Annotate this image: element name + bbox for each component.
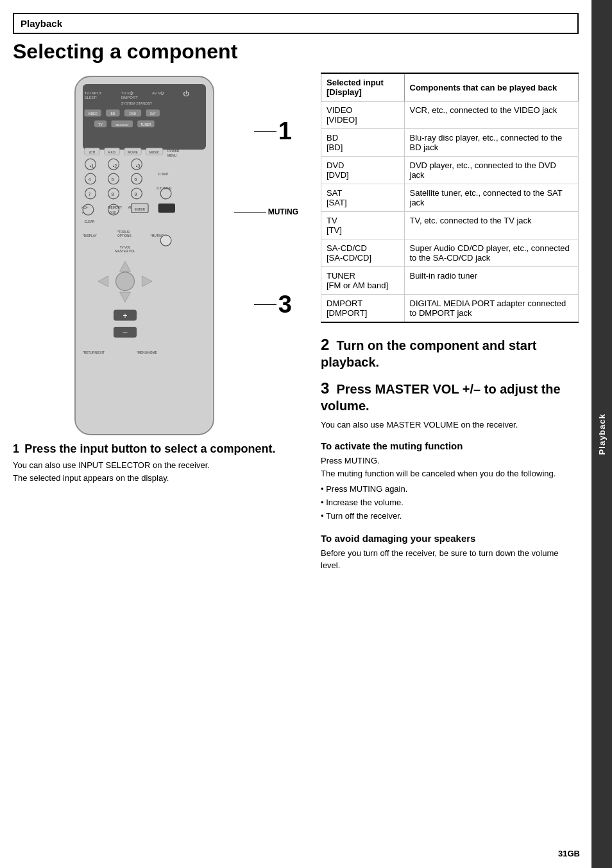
svg-text:0/10: 0/10 (110, 211, 116, 214)
table-cell-input: VIDEO[VIDEO] (321, 101, 405, 129)
svg-text:MUSIC: MUSIC (149, 151, 160, 154)
step1-body1: You can also use INPUT SELECTOR on the r… (13, 459, 308, 472)
table-row: TV[TV]TV, etc. connected to the TV jack (321, 212, 579, 239)
svg-text:⏻: ⏻ (183, 90, 189, 97)
step3-heading: 3 Press MASTER VOL +/– to adjust the vol… (321, 379, 579, 413)
table-row: TUNER[FM or AM band]Built-in radio tuner (321, 267, 579, 295)
step1-heading-text: Press the input button to select a compo… (24, 442, 275, 455)
svg-text:>10/-: >10/- (81, 207, 89, 210)
svg-point-69 (160, 235, 171, 246)
table-cell-component: DIGITAL MEDIA PORT adapter connected to … (404, 295, 579, 323)
input-table: Selected input [Display] Components that… (321, 73, 579, 323)
table-row: DMPORT[DMPORT]DIGITAL MEDIA PORT adapter… (321, 295, 579, 323)
step3-heading-text: Press MASTER VOL +/– to adjust the volum… (321, 382, 561, 413)
svg-text:SLEEP: SLEEP (84, 96, 96, 100)
two-col-layout: TV INPUT SLEEP TV I/⏻ DMPORT AV I/⏻ ⏻ SY… (13, 73, 579, 855)
table-cell-input: BD[BD] (321, 129, 405, 157)
svg-text:SA-CD/CD: SA-CD/CD (115, 123, 128, 126)
svg-text:CLEAR: CLEAR (84, 220, 95, 223)
svg-text:*TOOLS/: *TOOLS/ (117, 230, 130, 234)
step2-heading-text: Turn on the component and start playback… (321, 338, 536, 369)
table-header-col2: Components that can be played back (404, 73, 579, 101)
svg-text:TV: TV (99, 123, 103, 126)
table-cell-component: Satellite tuner, etc., connected to the … (404, 184, 579, 212)
step1-heading: 1 Press the input button to select a com… (13, 442, 308, 456)
page-title: Selecting a component (13, 40, 579, 63)
step3-number: 3 (278, 291, 292, 318)
svg-text:–: – (123, 328, 128, 337)
table-cell-component: Blu-ray disc player, etc., connected to … (404, 129, 579, 157)
svg-text:A.F.D.: A.F.D. (108, 151, 116, 154)
svg-text:D.SKIP: D.SKIP (158, 173, 169, 176)
svg-text:6: 6 (134, 177, 137, 182)
table-row: DVD[DVD]DVD player, etc., connected to t… (321, 157, 579, 184)
svg-text:DVD: DVD (130, 112, 137, 116)
step1-number: 1 (278, 117, 292, 145)
step3-num: 3 (321, 379, 329, 397)
table-cell-input: TUNER[FM or AM band] (321, 267, 405, 295)
table-row: VIDEO[VIDEO]VCR, etc., connected to the … (321, 101, 579, 129)
table-cell-component: DVD player, etc., connected to the DVD j… (404, 157, 579, 184)
muting-bullet-list: Press MUTING again.Increase the volume.T… (321, 483, 579, 523)
svg-text:VIDEO: VIDEO (88, 112, 98, 116)
table-cell-component: Built-in radio tuner (404, 267, 579, 295)
step1-callout: 1 (254, 117, 292, 145)
table-cell-input: SA-CD/CD[SA-CD/CD] (321, 239, 405, 267)
table-row: SA-CD/CD[SA-CD/CD]Super Audio CD/CD play… (321, 239, 579, 267)
muting-bullet-item: Press MUTING again. (321, 483, 579, 496)
step3-callout: 3 (254, 291, 292, 318)
table-cell-component: Super Audio CD/CD player, etc., connecte… (404, 239, 579, 267)
step1-line (254, 131, 276, 132)
table-row: SAT[SAT]Satellite tuner, etc., connected… (321, 184, 579, 212)
svg-text:TV INPUT: TV INPUT (84, 91, 102, 95)
svg-text:SYSTEM STANDBY: SYSTEM STANDBY (121, 102, 153, 106)
svg-text:2CH: 2CH (89, 151, 96, 154)
svg-rect-63 (158, 204, 175, 213)
table-cell-component: VCR, etc., connected to the VIDEO jack (404, 101, 579, 129)
svg-text:MEMORY: MEMORY (108, 207, 123, 210)
table-cell-input: TV[TV] (321, 212, 405, 239)
svg-text:8: 8 (111, 191, 114, 197)
svg-text:TV I/⏻: TV I/⏻ (121, 91, 133, 95)
step1-num: 1 (13, 442, 19, 455)
muting-callout: MUTING (234, 207, 298, 216)
avoid-section: To avoid damaging your speakers Before y… (321, 533, 579, 572)
muting-bullet-item: Increase the volume. (321, 496, 579, 510)
remote-container: TV INPUT SLEEP TV I/⏻ DMPORT AV I/⏻ ⏻ SY… (67, 73, 253, 442)
table-header-col1: Selected input [Display] (321, 73, 405, 101)
step2-section: 2 Turn on the component and start playba… (321, 336, 579, 370)
step3-line (254, 304, 276, 305)
muting-line (234, 212, 266, 213)
table-cell-input: DVD[DVD] (321, 157, 405, 184)
svg-text:*MENU/HOME: *MENU/HOME (137, 351, 157, 354)
muting-body1: Press MUTING. (321, 455, 579, 467)
svg-text:9: 9 (134, 191, 137, 197)
svg-text:MOVIE: MOVIE (128, 151, 137, 154)
remote-svg: TV INPUT SLEEP TV I/⏻ DMPORT AV I/⏻ ⏻ SY… (67, 73, 221, 442)
muting-section: To activate the muting function Press MU… (321, 440, 579, 523)
svg-text:MENU: MENU (167, 154, 177, 157)
step1-section: 1 Press the input button to select a com… (13, 442, 308, 484)
right-column: Selected input [Display] Components that… (321, 73, 579, 855)
left-column: TV INPUT SLEEP TV I/⏻ DMPORT AV I/⏻ ⏻ SY… (13, 73, 308, 855)
right-tab: Playback (591, 0, 612, 868)
svg-text:MASTER VOL: MASTER VOL (115, 250, 135, 253)
svg-text:TUNER: TUNER (140, 123, 151, 126)
muting-callout-label: MUTING (268, 207, 298, 216)
step2-heading: 2 Turn on the component and start playba… (321, 336, 579, 370)
table-cell-input: DMPORT[DMPORT] (321, 295, 405, 323)
svg-text:5: 5 (111, 177, 114, 182)
svg-text:DMPORT: DMPORT (121, 96, 138, 100)
playback-header-box: Playback (13, 13, 579, 34)
svg-text:OPTIONS: OPTIONS (117, 234, 132, 238)
svg-text:*RETURN/EXIT: *RETURN/EXIT (83, 351, 105, 354)
svg-text:ENTER: ENTER (135, 208, 146, 211)
svg-text:4: 4 (88, 177, 90, 182)
svg-text:TV VOL: TV VOL (119, 246, 130, 249)
svg-text:DVD/BD: DVD/BD (167, 150, 180, 153)
svg-text:•3: •3 (136, 163, 140, 169)
table-cell-component: TV, etc. connected to the TV jack (404, 212, 579, 239)
step2-num: 2 (321, 336, 329, 353)
svg-text:•1: •1 (90, 163, 94, 169)
muting-body2: The muting function will be canceled whe… (321, 467, 579, 480)
